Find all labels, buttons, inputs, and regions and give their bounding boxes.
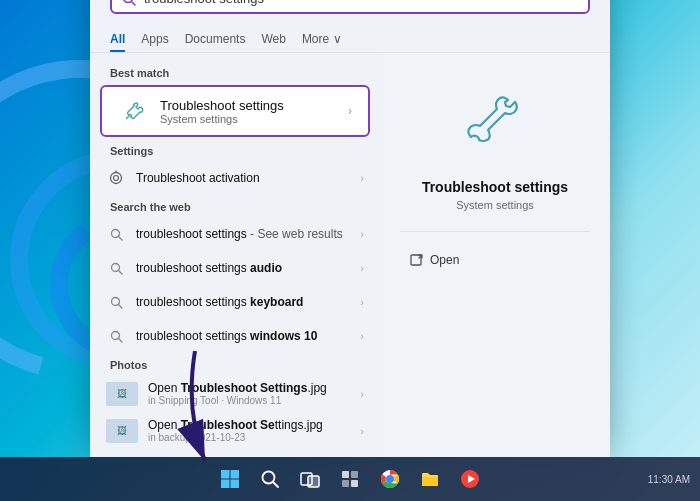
taskbar: 11:30 AM [0,457,700,501]
desktop-background: 👤 ··· troubleshoot settings All Apps Doc… [0,0,700,501]
web-result-text-0: troubleshoot settings - See web results [136,227,350,241]
chevron-settings-icon: › [360,172,364,184]
svg-line-1 [132,1,136,5]
search-area: troubleshoot settings [90,0,610,22]
settings-result-text: Troubleshoot activation [136,171,350,185]
web-result-text-1: troubleshoot settings audio [136,261,350,275]
svg-point-30 [387,476,393,482]
web-search-icon-2 [106,292,126,312]
photo-text-1: Open Troubleshoot Settings.jpg in backup… [148,418,350,443]
web-result-item-0[interactable]: troubleshoot settings - See web results … [90,217,380,251]
settings-item-icon [106,168,126,188]
search-box[interactable]: troubleshoot settings [110,0,590,14]
svg-line-13 [118,338,122,342]
taskbar-tray: 11:30 AM [648,457,690,501]
best-match-item-title: Troubleshoot settings [160,98,338,113]
photo-result-item-1[interactable]: 🖼 Open Troubleshoot Settings.jpg in back… [90,412,380,449]
best-match-item-text: Troubleshoot settings System settings [160,98,338,125]
best-match-item[interactable]: Troubleshoot settings System settings › [100,85,370,137]
svg-rect-14 [411,255,421,265]
svg-line-7 [118,236,122,240]
web-result-item-3[interactable]: troubleshoot settings windows 10 › [90,319,380,353]
windows-start-icon[interactable] [212,461,248,497]
svg-rect-17 [231,470,240,479]
file-explorer-icon[interactable] [412,461,448,497]
svg-rect-19 [231,480,240,489]
search-content: Best match Troubleshoot settings System … [90,53,610,457]
web-search-icon-1 [106,258,126,278]
svg-rect-25 [351,471,358,478]
detail-app-icon [455,83,535,163]
web-search-icon-0 [106,224,126,244]
open-button-label: Open [430,253,459,267]
open-link-icon [410,253,424,267]
svg-rect-26 [342,480,349,487]
search-query-text: troubleshoot settings [144,0,578,6]
best-match-item-subtitle: System settings [160,113,338,125]
chevron-photo-1-icon: › [360,425,364,437]
web-result-item-2[interactable]: troubleshoot settings keyboard › [90,285,380,319]
chevron-web-1-icon: › [360,262,364,274]
chevron-web-0-icon: › [360,228,364,240]
svg-point-3 [111,173,122,184]
chevron-web-2-icon: › [360,296,364,308]
svg-rect-16 [221,470,230,479]
taskview-icon[interactable] [292,461,328,497]
svg-line-9 [118,270,122,274]
tab-all[interactable]: All [110,28,125,52]
section-photos-label: Photos [90,353,380,375]
widgets-icon[interactable] [332,461,368,497]
svg-line-2 [126,115,130,119]
web-result-text-2: troubleshoot settings keyboard [136,295,350,309]
svg-line-11 [118,304,122,308]
chevron-photo-0-icon: › [360,388,364,400]
svg-point-4 [114,176,119,181]
photo-text-0: Open Troubleshoot Settings.jpg in Snippi… [148,381,350,406]
svg-rect-24 [342,471,349,478]
web-result-item-1[interactable]: troubleshoot settings audio › [90,251,380,285]
results-panel: Best match Troubleshoot settings System … [90,53,380,457]
detail-app-title: Troubleshoot settings [422,179,568,195]
web-result-title-0: troubleshoot settings - See web results [136,227,350,241]
web-search-icon-3 [106,326,126,346]
photo-title-1: Open Troubleshoot Settings.jpg [148,418,350,432]
settings-result-title: Troubleshoot activation [136,171,350,185]
web-result-title-3: troubleshoot settings windows 10 [136,329,350,343]
media-player-icon[interactable] [452,461,488,497]
svg-rect-18 [221,480,230,489]
tab-more[interactable]: More ∨ [302,28,342,52]
svg-rect-23 [308,476,319,487]
photo-subtitle-0: in Snipping Tool · Windows 11 [148,395,350,406]
web-result-title-2: troubleshoot settings keyboard [136,295,350,309]
taskbar-icons [212,461,488,497]
search-icon [122,0,136,6]
detail-panel: Troubleshoot settings System settings Op… [380,53,610,457]
detail-divider [400,231,590,232]
photo-title-0: Open Troubleshoot Settings.jpg [148,381,350,395]
web-result-text-3: troubleshoot settings windows 10 [136,329,350,343]
tab-web[interactable]: Web [261,28,285,52]
open-button[interactable]: Open [400,248,469,272]
photo-thumb-1: 🖼 [106,419,138,443]
svg-line-21 [273,482,278,487]
search-tabs: All Apps Documents Web More ∨ [90,22,610,53]
chrome-icon[interactable] [372,461,408,497]
svg-rect-27 [351,480,358,487]
best-match-item-icon [118,95,150,127]
tab-documents[interactable]: Documents [185,28,246,52]
settings-result-item[interactable]: Troubleshoot activation › [90,161,380,195]
section-settings-label: Settings [90,139,380,161]
svg-rect-31 [422,477,438,486]
chevron-web-3-icon: › [360,330,364,342]
start-menu: 👤 ··· troubleshoot settings All Apps Doc… [90,0,610,457]
web-result-title-1: troubleshoot settings audio [136,261,350,275]
photo-subtitle-1: in backup-2021-10-23 [148,432,350,443]
chevron-right-icon: › [348,104,352,118]
photo-thumb-0: 🖼 [106,382,138,406]
detail-app-subtitle: System settings [456,199,534,211]
search-taskbar-icon[interactable] [252,461,288,497]
section-best-match-label: Best match [90,61,380,83]
photo-result-item-0[interactable]: 🖼 Open Troubleshoot Settings.jpg in Snip… [90,375,380,412]
tab-apps[interactable]: Apps [141,28,168,52]
section-web-label: Search the web [90,195,380,217]
